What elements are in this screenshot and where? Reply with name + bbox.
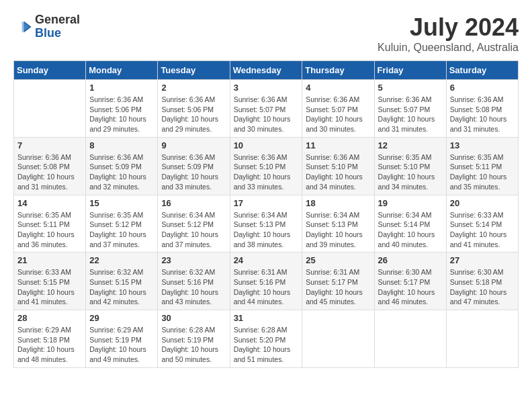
calendar-cell: 11 Sunrise: 6:36 AM Sunset: 5:10 PM Dayl… (302, 137, 374, 195)
day-number: 14 (17, 198, 82, 208)
calendar-cell: 28 Sunrise: 6:29 AM Sunset: 5:18 PM Dayl… (14, 310, 86, 368)
calendar-cell: 25 Sunrise: 6:31 AM Sunset: 5:17 PM Dayl… (302, 253, 374, 310)
day-info: Sunrise: 6:33 AM Sunset: 5:15 PM Dayligh… (17, 267, 82, 307)
day-info: Sunrise: 6:36 AM Sunset: 5:09 PM Dayligh… (89, 152, 154, 192)
day-info: Sunrise: 6:28 AM Sunset: 5:20 PM Dayligh… (234, 325, 299, 365)
day-number: 28 (17, 313, 82, 323)
calendar-week-row: 28 Sunrise: 6:29 AM Sunset: 5:18 PM Dayl… (14, 310, 519, 368)
calendar-cell: 7 Sunrise: 6:36 AM Sunset: 5:08 PM Dayli… (14, 137, 86, 195)
calendar-cell: 26 Sunrise: 6:30 AM Sunset: 5:17 PM Dayl… (374, 253, 446, 310)
day-number: 31 (234, 313, 299, 323)
day-info: Sunrise: 6:35 AM Sunset: 5:11 PM Dayligh… (17, 210, 82, 250)
calendar-cell: 10 Sunrise: 6:36 AM Sunset: 5:10 PM Dayl… (230, 137, 302, 195)
day-info: Sunrise: 6:36 AM Sunset: 5:09 PM Dayligh… (161, 152, 226, 192)
month-year: July 2024 (378, 13, 519, 42)
calendar-week-row: 14 Sunrise: 6:35 AM Sunset: 5:11 PM Dayl… (14, 195, 519, 253)
day-number: 2 (161, 83, 226, 93)
calendar-cell: 4 Sunrise: 6:36 AM Sunset: 5:07 PM Dayli… (302, 80, 374, 138)
day-info: Sunrise: 6:36 AM Sunset: 5:08 PM Dayligh… (17, 152, 82, 192)
calendar-cell: 18 Sunrise: 6:34 AM Sunset: 5:13 PM Dayl… (302, 195, 374, 253)
day-of-week-header: Thursday (302, 61, 374, 80)
day-info: Sunrise: 6:31 AM Sunset: 5:16 PM Dayligh… (234, 267, 299, 307)
day-number: 24 (234, 255, 299, 265)
day-info: Sunrise: 6:30 AM Sunset: 5:18 PM Dayligh… (450, 267, 515, 307)
day-number: 4 (306, 83, 370, 93)
calendar-cell: 12 Sunrise: 6:35 AM Sunset: 5:10 PM Dayl… (374, 137, 446, 195)
day-number: 7 (17, 140, 82, 150)
day-info: Sunrise: 6:36 AM Sunset: 5:07 PM Dayligh… (234, 95, 299, 134)
calendar-header-row: SundayMondayTuesdayWednesdayThursdayFrid… (14, 61, 519, 80)
logo-general: General (35, 13, 80, 27)
calendar-cell: 30 Sunrise: 6:28 AM Sunset: 5:19 PM Dayl… (158, 310, 230, 368)
calendar-cell (446, 310, 518, 368)
calendar-cell: 29 Sunrise: 6:29 AM Sunset: 5:19 PM Dayl… (86, 310, 158, 368)
day-info: Sunrise: 6:36 AM Sunset: 5:06 PM Dayligh… (89, 95, 154, 134)
calendar-cell (302, 310, 374, 368)
day-number: 16 (161, 198, 226, 208)
day-number: 15 (89, 198, 154, 208)
day-info: Sunrise: 6:36 AM Sunset: 5:06 PM Dayligh… (161, 95, 226, 134)
day-info: Sunrise: 6:29 AM Sunset: 5:19 PM Dayligh… (89, 325, 154, 365)
day-info: Sunrise: 6:35 AM Sunset: 5:11 PM Dayligh… (450, 152, 515, 192)
day-info: Sunrise: 6:29 AM Sunset: 5:18 PM Dayligh… (17, 325, 82, 365)
day-number: 29 (89, 313, 154, 323)
day-info: Sunrise: 6:36 AM Sunset: 5:08 PM Dayligh… (450, 95, 515, 134)
day-of-week-header: Monday (86, 61, 158, 80)
day-info: Sunrise: 6:28 AM Sunset: 5:19 PM Dayligh… (161, 325, 226, 365)
title-block: July 2024 Kuluin, Queensland, Australia (378, 13, 519, 54)
calendar-cell: 23 Sunrise: 6:32 AM Sunset: 5:16 PM Dayl… (158, 253, 230, 310)
logo-icon (13, 17, 32, 36)
calendar-cell: 2 Sunrise: 6:36 AM Sunset: 5:06 PM Dayli… (158, 80, 230, 138)
day-info: Sunrise: 6:34 AM Sunset: 5:13 PM Dayligh… (306, 210, 370, 250)
calendar-cell: 22 Sunrise: 6:32 AM Sunset: 5:15 PM Dayl… (86, 253, 158, 310)
calendar-cell: 31 Sunrise: 6:28 AM Sunset: 5:20 PM Dayl… (230, 310, 302, 368)
calendar-cell: 13 Sunrise: 6:35 AM Sunset: 5:11 PM Dayl… (446, 137, 518, 195)
day-number: 13 (450, 140, 515, 150)
day-info: Sunrise: 6:33 AM Sunset: 5:14 PM Dayligh… (450, 210, 515, 250)
day-number: 19 (378, 198, 443, 208)
calendar-table: SundayMondayTuesdayWednesdayThursdayFrid… (13, 60, 519, 368)
day-of-week-header: Friday (374, 61, 446, 80)
calendar-week-row: 7 Sunrise: 6:36 AM Sunset: 5:08 PM Dayli… (14, 137, 519, 195)
day-info: Sunrise: 6:36 AM Sunset: 5:10 PM Dayligh… (306, 152, 370, 192)
logo-text: General Blue (35, 13, 80, 40)
calendar-cell: 21 Sunrise: 6:33 AM Sunset: 5:15 PM Dayl… (14, 253, 86, 310)
day-info: Sunrise: 6:34 AM Sunset: 5:12 PM Dayligh… (161, 210, 226, 250)
calendar-cell: 15 Sunrise: 6:35 AM Sunset: 5:12 PM Dayl… (86, 195, 158, 253)
calendar-cell: 8 Sunrise: 6:36 AM Sunset: 5:09 PM Dayli… (86, 137, 158, 195)
calendar-cell: 1 Sunrise: 6:36 AM Sunset: 5:06 PM Dayli… (86, 80, 158, 138)
day-number: 26 (378, 255, 443, 265)
day-number: 18 (306, 198, 370, 208)
day-of-week-header: Saturday (446, 61, 518, 80)
day-of-week-header: Tuesday (158, 61, 230, 80)
day-number: 6 (450, 83, 515, 93)
day-number: 21 (17, 255, 82, 265)
calendar-week-row: 1 Sunrise: 6:36 AM Sunset: 5:06 PM Dayli… (14, 80, 519, 138)
day-number: 11 (306, 140, 370, 150)
calendar-cell: 3 Sunrise: 6:36 AM Sunset: 5:07 PM Dayli… (230, 80, 302, 138)
day-number: 8 (89, 140, 154, 150)
day-number: 1 (89, 83, 154, 93)
day-info: Sunrise: 6:36 AM Sunset: 5:10 PM Dayligh… (234, 152, 299, 192)
page-header: General Blue July 2024 Kuluin, Queenslan… (13, 13, 519, 54)
location: Kuluin, Queensland, Australia (378, 42, 519, 54)
calendar-cell: 27 Sunrise: 6:30 AM Sunset: 5:18 PM Dayl… (446, 253, 518, 310)
calendar-week-row: 21 Sunrise: 6:33 AM Sunset: 5:15 PM Dayl… (14, 253, 519, 310)
calendar-cell: 20 Sunrise: 6:33 AM Sunset: 5:14 PM Dayl… (446, 195, 518, 253)
day-number: 20 (450, 198, 515, 208)
calendar-cell: 5 Sunrise: 6:36 AM Sunset: 5:07 PM Dayli… (374, 80, 446, 138)
calendar-cell: 6 Sunrise: 6:36 AM Sunset: 5:08 PM Dayli… (446, 80, 518, 138)
calendar-cell: 16 Sunrise: 6:34 AM Sunset: 5:12 PM Dayl… (158, 195, 230, 253)
calendar-cell (374, 310, 446, 368)
calendar-cell: 19 Sunrise: 6:34 AM Sunset: 5:14 PM Dayl… (374, 195, 446, 253)
logo-blue: Blue (35, 27, 80, 40)
day-info: Sunrise: 6:32 AM Sunset: 5:15 PM Dayligh… (89, 267, 154, 307)
day-number: 27 (450, 255, 515, 265)
day-number: 9 (161, 140, 226, 150)
day-info: Sunrise: 6:36 AM Sunset: 5:07 PM Dayligh… (378, 95, 443, 134)
calendar-cell: 17 Sunrise: 6:34 AM Sunset: 5:13 PM Dayl… (230, 195, 302, 253)
day-number: 12 (378, 140, 443, 150)
day-of-week-header: Wednesday (230, 61, 302, 80)
day-of-week-header: Sunday (14, 61, 86, 80)
day-number: 10 (234, 140, 299, 150)
